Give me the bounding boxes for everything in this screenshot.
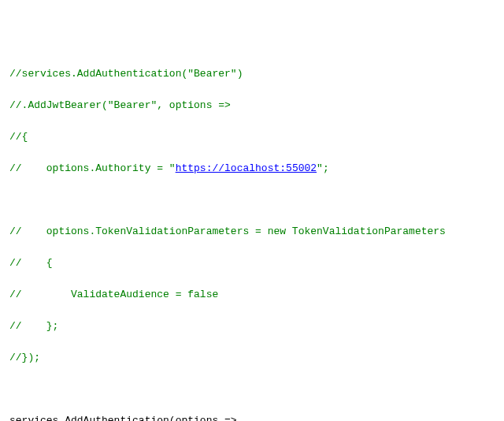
comment: // options.Authority =	[9, 162, 169, 174]
comment: ;	[323, 162, 329, 174]
comment: //.AddJwtBearer("Bearer", options =>	[9, 99, 231, 111]
code-line: // options.TokenValidationParameters = n…	[9, 224, 495, 240]
code-line: // {	[9, 255, 495, 271]
code-text: services.AddAuthentication(options =>	[9, 415, 237, 421]
comment: // };	[9, 320, 58, 332]
comment: //services.AddAuthentication("Bearer")	[9, 68, 243, 80]
comment: // ValidateAudience = false	[9, 289, 218, 300]
code-line: //services.AddAuthentication("Bearer")	[9, 66, 495, 82]
quote: "	[169, 162, 176, 174]
code-line: //});	[9, 350, 495, 366]
code-line: // };	[9, 319, 495, 334]
code-line: // ValidateAudience = false	[9, 287, 495, 303]
code-line: // options.Authority = "https://localhos…	[9, 161, 495, 177]
code-line	[9, 382, 495, 397]
code-line	[9, 192, 495, 208]
comment: // {	[9, 257, 53, 269]
url-link[interactable]: https://localhost:55002	[176, 162, 317, 174]
comment: // options.TokenValidationParameters = n…	[9, 225, 446, 237]
comment: //});	[9, 352, 40, 363]
comment: //{	[9, 131, 28, 143]
code-line: services.AddAuthentication(options =>	[9, 413, 495, 421]
code-line: //{	[9, 129, 495, 145]
code-line: //.AddJwtBearer("Bearer", options =>	[9, 98, 495, 114]
quote: "	[317, 162, 323, 174]
